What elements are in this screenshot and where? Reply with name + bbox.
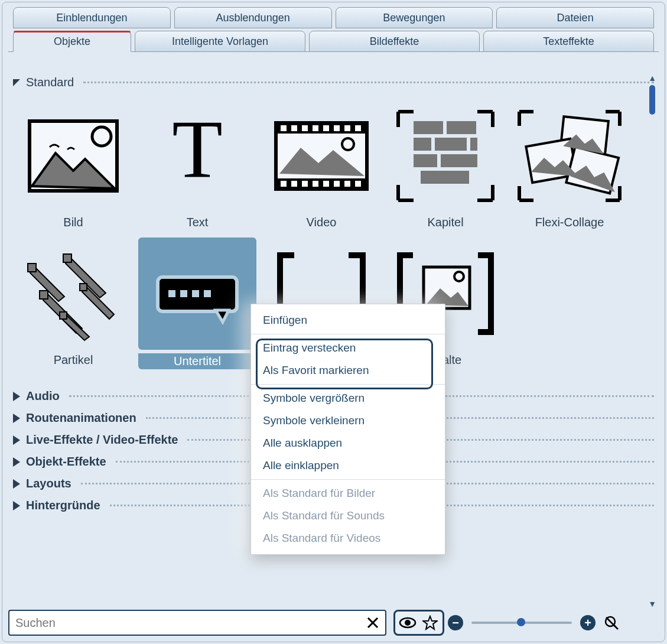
section-standard-header[interactable]: Standard xyxy=(13,76,654,89)
context-menu: EinfügenEintrag versteckenAls Favorit ma… xyxy=(250,304,445,555)
item-kapitel[interactable]: Kapitel xyxy=(385,97,506,232)
fold-label: Routenanimationen xyxy=(26,411,136,425)
star-icon[interactable] xyxy=(420,613,440,633)
svg-point-47 xyxy=(405,620,411,626)
svg-rect-20 xyxy=(344,181,350,187)
collapsed-triangle-icon xyxy=(13,479,20,489)
tab-bewegungen[interactable]: Bewegungen xyxy=(336,7,493,28)
reset-zoom-icon[interactable] xyxy=(601,613,622,633)
svg-rect-35 xyxy=(63,254,71,262)
item-label: Bild xyxy=(63,216,83,229)
svg-rect-14 xyxy=(281,181,287,187)
text-icon: T xyxy=(153,112,242,200)
fold-label: Live-Effekte / Video-Effekte xyxy=(26,433,178,447)
context-menu-item[interactable]: Symbole verkleinern xyxy=(251,409,445,432)
svg-rect-19 xyxy=(334,181,340,187)
item-label: Flexi-Collage xyxy=(535,216,604,229)
tab-dateien[interactable]: Dateien xyxy=(496,7,654,28)
svg-rect-36 xyxy=(40,291,48,299)
context-menu-separator xyxy=(251,384,445,385)
item-video[interactable]: Video xyxy=(261,97,382,232)
image-icon xyxy=(26,118,121,194)
item-partikel[interactable]: Partikel xyxy=(13,235,134,372)
svg-rect-16 xyxy=(302,181,308,187)
item-bild[interactable]: Bild xyxy=(13,97,134,232)
visibility-favorite-group xyxy=(393,610,444,636)
subtab-objekte[interactable]: Objekte xyxy=(13,31,131,52)
eye-icon[interactable] xyxy=(398,613,418,633)
section-title: Standard xyxy=(26,76,74,89)
svg-rect-8 xyxy=(302,125,308,131)
svg-rect-42 xyxy=(192,290,199,297)
context-menu-separator xyxy=(251,334,445,334)
chapter-icon xyxy=(392,106,499,206)
top-tab-bar: Einblendungen Ausblendungen Bewegungen D… xyxy=(2,2,665,28)
context-menu-item[interactable]: Alle ausklappen xyxy=(251,432,445,454)
collapsed-triangle-icon xyxy=(13,501,20,510)
svg-rect-7 xyxy=(291,125,297,131)
expanded-triangle-icon xyxy=(13,79,20,86)
svg-rect-37 xyxy=(80,284,87,291)
svg-rect-6 xyxy=(281,125,287,131)
fold-label: Audio xyxy=(26,389,60,403)
svg-rect-11 xyxy=(334,125,340,131)
context-menu-item[interactable]: Alle einklappen xyxy=(251,454,445,477)
svg-rect-4 xyxy=(276,123,367,134)
svg-rect-28 xyxy=(414,154,437,167)
context-menu-separator xyxy=(251,479,445,480)
svg-rect-27 xyxy=(470,138,477,151)
fold-label: Hintergründe xyxy=(26,499,100,512)
scroll-up-icon[interactable]: ▲ xyxy=(648,73,656,83)
context-menu-item[interactable]: Als Favorit markieren xyxy=(251,359,445,382)
fold-label: Objekt-Effekte xyxy=(26,455,106,469)
collapsed-triangle-icon xyxy=(13,414,20,423)
context-menu-item[interactable]: Einfügen xyxy=(251,309,445,331)
svg-rect-26 xyxy=(435,138,467,151)
subtab-texteffekte[interactable]: Texteffekte xyxy=(483,31,654,52)
svg-text:T: T xyxy=(172,112,223,194)
svg-rect-41 xyxy=(180,290,187,297)
item-untertitel[interactable]: Untertitel xyxy=(137,235,258,372)
context-menu-item: Als Standard für Sounds xyxy=(251,505,445,527)
collapsed-triangle-icon xyxy=(13,435,20,445)
item-label: Partikel xyxy=(54,353,93,367)
context-menu-item[interactable]: Eintrag verstecken xyxy=(251,337,445,359)
collapsed-triangle-icon xyxy=(13,457,20,467)
subtab-bildeffekte[interactable]: Bildeffekte xyxy=(309,31,480,52)
item-label: Video xyxy=(307,216,337,229)
scroll-down-icon[interactable]: ▼ xyxy=(648,599,656,609)
slider-knob[interactable] xyxy=(517,618,525,626)
item-label: Text xyxy=(187,216,209,229)
svg-rect-29 xyxy=(441,154,477,167)
context-menu-item[interactable]: Symbole vergrößern xyxy=(251,387,445,409)
video-icon xyxy=(271,115,372,197)
svg-rect-5 xyxy=(276,178,367,189)
svg-rect-24 xyxy=(447,121,476,134)
svg-rect-21 xyxy=(355,181,361,187)
tab-ausblendungen[interactable]: Ausblendungen xyxy=(174,7,332,28)
context-menu-item: Als Standard für Bilder xyxy=(251,482,445,505)
zoom-slider[interactable] xyxy=(471,622,572,624)
vertical-scrollbar[interactable] xyxy=(649,85,655,606)
clear-search-icon[interactable] xyxy=(363,613,383,633)
search-input[interactable] xyxy=(15,616,363,630)
zoom-in-button[interactable]: + xyxy=(580,615,596,630)
item-label: Kapitel xyxy=(427,216,463,229)
svg-rect-40 xyxy=(168,290,175,297)
fold-label: Layouts xyxy=(26,477,71,490)
scrollbar-thumb[interactable] xyxy=(649,85,655,115)
item-flexi-collage[interactable]: Flexi-Collage xyxy=(509,97,630,232)
context-menu-item: Als Standard für Videos xyxy=(251,527,445,549)
svg-rect-9 xyxy=(313,125,318,131)
search-box[interactable] xyxy=(8,610,386,636)
sub-tab-bar: Objekte Intelligente Vorlagen Bildeffekt… xyxy=(2,28,665,52)
tab-einblendungen[interactable]: Einblendungen xyxy=(13,7,171,28)
subtab-vorlagen[interactable]: Intelligente Vorlagen xyxy=(135,31,305,52)
svg-rect-23 xyxy=(414,121,443,134)
svg-rect-38 xyxy=(60,312,67,319)
collage-icon xyxy=(513,106,626,206)
subtitle-icon xyxy=(147,252,248,335)
svg-rect-34 xyxy=(28,264,36,272)
zoom-out-button[interactable]: − xyxy=(448,615,463,630)
item-text[interactable]: T Text xyxy=(137,97,258,232)
